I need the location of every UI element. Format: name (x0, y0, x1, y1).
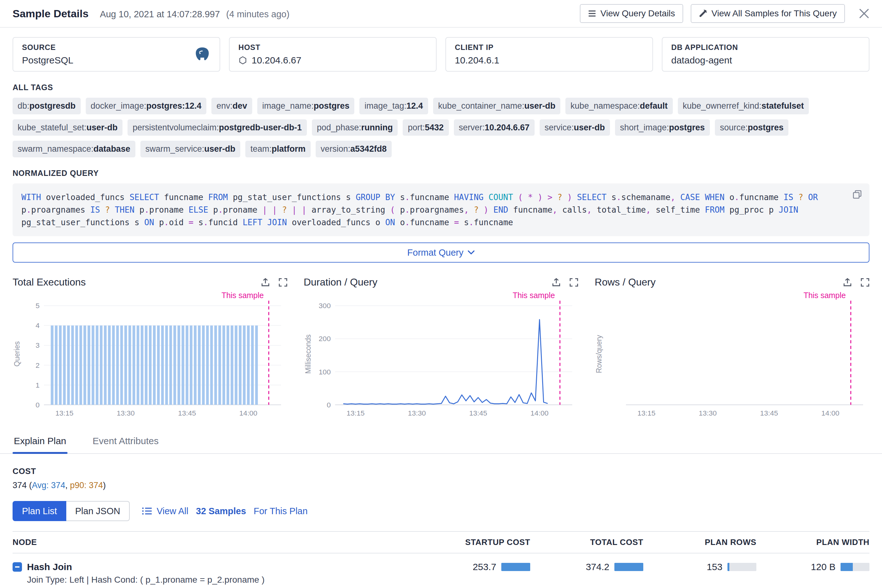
cost-heading: COST (13, 466, 869, 476)
tag-chip[interactable]: image_name:postgres (257, 98, 355, 114)
svg-text:0: 0 (327, 401, 331, 409)
sample-time-ago: (4 minutes ago) (226, 9, 290, 20)
host-label: HOST (238, 43, 301, 52)
tag-chip[interactable]: env:dev (212, 98, 252, 114)
view-all-samples-button[interactable]: View All Samples for This Query (691, 4, 845, 23)
svg-text:1: 1 (36, 381, 40, 389)
tag-chip[interactable]: kube_ownerref_kind:statefulset (678, 98, 809, 114)
page-title: Sample Details (13, 8, 88, 20)
copy-icon[interactable] (852, 190, 862, 202)
tag-chip[interactable]: kube_stateful_set:user-db (13, 119, 123, 136)
svg-text:14:00: 14:00 (531, 409, 548, 417)
svg-text:4: 4 (36, 322, 40, 330)
svg-text:200: 200 (318, 335, 330, 343)
tag-chip[interactable]: pod_phase:running (312, 119, 398, 136)
duration-query-chart: Duration / Query Milliseconds 0100200300… (304, 276, 579, 419)
plan-metric-cell: 120 B (756, 562, 869, 585)
view-all-samples-for-plan-link[interactable]: View All 32 Samples For This Plan (142, 506, 308, 516)
expand-icon[interactable] (861, 278, 869, 287)
tag-chip[interactable]: team:platform (245, 141, 310, 158)
host-card: HOST 10.204.6.67 (229, 37, 436, 72)
metric-bar (728, 563, 756, 571)
col-node: NODE (13, 537, 417, 547)
svg-text:This sample: This sample (513, 291, 555, 300)
tag-list: db:postgresdbdocker_image:postgres:12.4e… (13, 98, 869, 158)
db-application-card: DB APPLICATION datadog-agent (662, 37, 869, 72)
collapse-node-icon[interactable] (13, 562, 22, 572)
tag-chip[interactable]: docker_image:postgres:12.4 (86, 98, 207, 114)
plan-list-button[interactable]: Plan List (13, 501, 66, 521)
y-axis-label: Milliseconds (304, 289, 312, 419)
plan-json-button[interactable]: Plan JSON (66, 501, 129, 521)
chart-title: Rows / Query (595, 276, 656, 288)
col-plan-width: PLAN WIDTH (756, 537, 869, 547)
tag-chip[interactable]: version:a5342fd8 (316, 141, 392, 158)
y-axis-label: Queries (13, 289, 21, 419)
tag-chip[interactable]: source:postgres (715, 119, 789, 136)
chart-title: Duration / Query (304, 276, 378, 288)
total-executions-plot: 01234513:1513:3013:4514:00This sample (21, 289, 287, 419)
source-value: PostgreSQL (22, 55, 73, 66)
expand-icon[interactable] (570, 278, 578, 287)
col-total-cost: TOTAL COST (530, 537, 643, 547)
svg-text:13:45: 13:45 (760, 409, 778, 417)
source-card: SOURCE PostgreSQL (13, 37, 220, 72)
tag-chip[interactable]: image_tag:12.4 (359, 98, 428, 114)
tag-chip[interactable]: persistentvolumeclaim:postgredb-user-db-… (128, 119, 307, 136)
client-ip-card: CLIENT IP 10.204.6.1 (446, 37, 653, 72)
metric-bar (501, 563, 530, 571)
svg-text:13:30: 13:30 (408, 409, 426, 417)
tag-chip[interactable]: swarm_service:user-db (140, 141, 241, 158)
expand-icon[interactable] (279, 278, 287, 287)
metric-bar (840, 563, 869, 571)
tab-explain-plan[interactable]: Explain Plan (13, 430, 68, 453)
cost-p90: p90: 374 (70, 481, 103, 490)
host-hexagon-icon (238, 56, 247, 65)
tag-chip[interactable]: kube_container_name:user-db (433, 98, 561, 114)
tag-chip[interactable]: service:user-db (540, 119, 610, 136)
svg-text:13:30: 13:30 (699, 409, 717, 417)
total-executions-chart: Total Executions Queries 01234513:1513:3… (13, 276, 287, 419)
svg-text:13:15: 13:15 (638, 409, 656, 417)
col-startup-cost: STARTUP COST (417, 537, 530, 547)
export-icon[interactable] (552, 278, 561, 287)
duration-query-plot: 010020030013:1513:3013:4514:00This sampl… (312, 289, 579, 419)
svg-text:300: 300 (318, 302, 330, 310)
export-icon[interactable] (843, 278, 852, 287)
plan-table-header: NODE STARTUP COST TOTAL COST PLAN ROWS P… (13, 531, 869, 554)
svg-text:13:45: 13:45 (469, 409, 487, 417)
svg-text:100: 100 (318, 368, 330, 376)
svg-text:This sample: This sample (222, 291, 264, 300)
cost-section: COST 374 (Avg: 374, p90: 374) (13, 466, 869, 490)
tag-chip[interactable]: port:5432 (403, 119, 448, 136)
close-icon[interactable] (859, 8, 869, 19)
chart-title: Total Executions (13, 276, 86, 288)
tag-chip[interactable]: kube_namespace:default (566, 98, 672, 114)
plan-node-subtitle: Join Type: Left | Hash Cond: ( p_1.prona… (13, 575, 417, 585)
postgresql-logo-icon (194, 46, 211, 63)
cost-avg: Avg: 374 (32, 481, 65, 490)
svg-text:13:30: 13:30 (117, 409, 134, 417)
export-icon[interactable] (261, 278, 270, 287)
svg-text:This sample: This sample (804, 291, 846, 300)
db-application-value: datadog-agent (671, 55, 738, 66)
tag-chip[interactable]: db:postgresdb (13, 98, 81, 114)
tag-chip[interactable]: swarm_namespace:database (13, 141, 135, 158)
plan-metric-cell: 153 (643, 562, 756, 585)
normalized-query-code: WITH overloaded_funcs SELECT funcname FR… (21, 192, 818, 227)
cost-line: 374 (Avg: 374, p90: 374) (13, 481, 869, 490)
svg-text:0: 0 (36, 401, 40, 409)
sample-details-panel: Sample Details Aug 10, 2021 at 14:07:28.… (0, 0, 882, 588)
tag-chip[interactable]: server:10.204.6.67 (454, 119, 535, 136)
svg-text:5: 5 (36, 302, 40, 310)
client-ip-value: 10.204.6.1 (455, 55, 500, 66)
plan-table-row: Hash JoinJoin Type: Left | Hash Cond: ( … (13, 554, 869, 587)
view-query-details-button[interactable]: View Query Details (580, 4, 684, 23)
format-query-button[interactable]: Format Query (13, 243, 869, 262)
svg-text:3: 3 (36, 341, 40, 350)
list-icon (142, 507, 152, 515)
tab-event-attributes[interactable]: Event Attributes (92, 430, 160, 453)
plan-node-title: Hash Join (27, 562, 72, 572)
tag-chip[interactable]: short_image:postgres (615, 119, 710, 136)
charts-row: Total Executions Queries 01234513:1513:3… (13, 276, 869, 419)
